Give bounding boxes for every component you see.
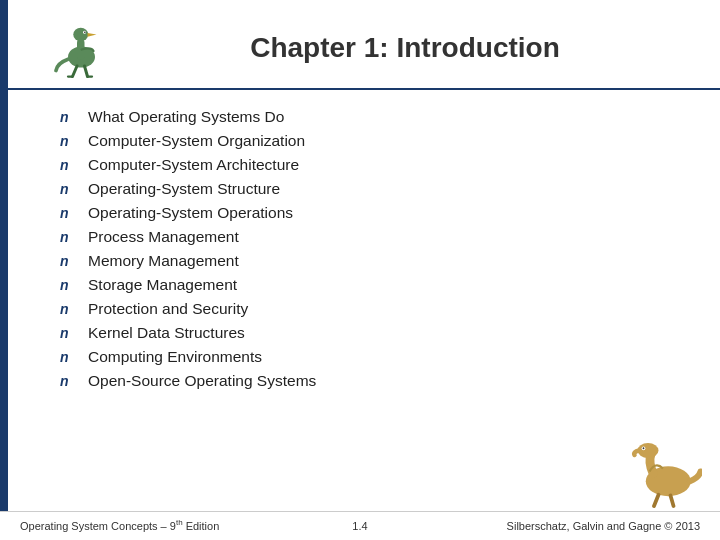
bullet-text: Operating-System Structure bbox=[88, 180, 280, 198]
bullet-item: nComputer-System Architecture bbox=[60, 153, 660, 177]
bullet-text: Process Management bbox=[88, 228, 239, 246]
bullet-item: nKernel Data Structures bbox=[60, 321, 660, 345]
svg-point-2 bbox=[73, 28, 88, 42]
bullet-marker: n bbox=[60, 253, 76, 269]
bullet-item: nComputer-System Organization bbox=[60, 129, 660, 153]
bullet-item: nMemory Management bbox=[60, 249, 660, 273]
bullet-marker: n bbox=[60, 109, 76, 125]
bullet-item: nOperating-System Structure bbox=[60, 177, 660, 201]
bullet-marker: n bbox=[60, 205, 76, 221]
footer-right-text: Silberschatz, Galvin and Gagne © 2013 bbox=[507, 520, 700, 532]
svg-line-7 bbox=[85, 66, 88, 77]
bullet-marker: n bbox=[60, 325, 76, 341]
bullet-marker: n bbox=[60, 349, 76, 365]
bullet-text: What Operating Systems Do bbox=[88, 108, 284, 126]
footer-left-text: Operating System Concepts – 9th Edition bbox=[20, 518, 219, 532]
svg-marker-3 bbox=[88, 33, 97, 37]
svg-line-15 bbox=[671, 496, 674, 507]
bullet-item: nOpen-Source Operating Systems bbox=[60, 369, 660, 393]
bullet-text: Computer-System Architecture bbox=[88, 156, 299, 174]
svg-line-14 bbox=[654, 495, 659, 506]
bullet-item: nStorage Management bbox=[60, 273, 660, 297]
bullet-item: nProcess Management bbox=[60, 225, 660, 249]
bullet-text: Storage Management bbox=[88, 276, 237, 294]
bullet-marker: n bbox=[60, 133, 76, 149]
slide-footer: Operating System Concepts – 9th Edition … bbox=[0, 511, 720, 540]
bullet-text: Open-Source Operating Systems bbox=[88, 372, 316, 390]
slide: Chapter 1: Introduction nWhat Operating … bbox=[0, 0, 720, 540]
bullet-marker: n bbox=[60, 181, 76, 197]
bullet-text: Memory Management bbox=[88, 252, 239, 270]
slide-title: Chapter 1: Introduction bbox=[120, 32, 690, 64]
bullet-marker: n bbox=[60, 373, 76, 389]
svg-line-6 bbox=[73, 66, 78, 77]
slide-header: Chapter 1: Introduction bbox=[0, 0, 720, 90]
bullet-item: nWhat Operating Systems Do bbox=[60, 105, 660, 129]
bullet-text: Protection and Security bbox=[88, 300, 248, 318]
slide-content: nWhat Operating Systems DonComputer-Syst… bbox=[0, 90, 720, 511]
bullet-text: Computing Environments bbox=[88, 348, 262, 366]
dino-top-image bbox=[50, 18, 110, 78]
svg-point-13 bbox=[643, 447, 645, 449]
bullet-item: nComputing Environments bbox=[60, 345, 660, 369]
bullet-marker: n bbox=[60, 157, 76, 173]
bullet-marker: n bbox=[60, 229, 76, 245]
bullet-text: Kernel Data Structures bbox=[88, 324, 245, 342]
footer-course: Operating System Concepts – 9th Edition bbox=[20, 520, 219, 532]
bullet-item: nProtection and Security bbox=[60, 297, 660, 321]
bullet-list: nWhat Operating Systems DonComputer-Syst… bbox=[60, 105, 660, 393]
footer-page-number: 1.4 bbox=[352, 520, 367, 532]
svg-point-5 bbox=[84, 32, 86, 34]
bullet-text: Computer-System Organization bbox=[88, 132, 305, 150]
dino-bottom-image bbox=[627, 440, 702, 510]
bullet-text: Operating-System Operations bbox=[88, 204, 293, 222]
bullet-marker: n bbox=[60, 277, 76, 293]
bullet-marker: n bbox=[60, 301, 76, 317]
bullet-item: nOperating-System Operations bbox=[60, 201, 660, 225]
